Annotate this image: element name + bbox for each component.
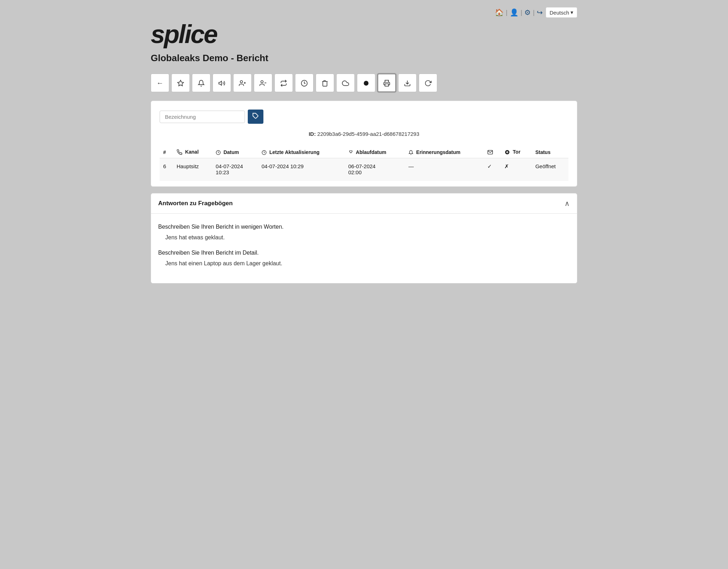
cell-num: 6 bbox=[160, 158, 173, 181]
nav-icons: 🏠 | 👤 | ⚙ | ↪ bbox=[495, 8, 543, 17]
bezeichnung-input[interactable] bbox=[160, 111, 245, 123]
language-label: Deutsch bbox=[550, 10, 569, 16]
col-ablauf: Ablaufdatum bbox=[345, 146, 405, 158]
history-button[interactable] bbox=[295, 74, 314, 92]
divider-3: | bbox=[533, 9, 535, 16]
volume-button[interactable] bbox=[213, 74, 231, 92]
kanal-icon bbox=[177, 149, 185, 155]
remove-user-icon bbox=[259, 79, 267, 87]
svg-point-2 bbox=[240, 81, 243, 83]
back-icon: ← bbox=[156, 79, 164, 87]
antworten-header[interactable]: Antworten zu Fragebögen ∧ bbox=[151, 193, 577, 214]
col-tor: Tor bbox=[501, 146, 532, 158]
num-icon: # bbox=[163, 149, 166, 155]
cell-email: ✓ bbox=[484, 158, 501, 181]
cell-status: Geöffnet bbox=[532, 158, 568, 181]
add-user-icon bbox=[239, 79, 246, 87]
trash-icon bbox=[321, 79, 328, 87]
svg-marker-0 bbox=[178, 80, 184, 86]
transfer-icon bbox=[280, 79, 287, 87]
bezeichnung-tag-button[interactable] bbox=[248, 110, 263, 124]
answer-1: Jens hat etwas geklaut. bbox=[158, 233, 570, 242]
question-2: Beschreiben Sie Ihren Bericht im Detail. bbox=[158, 248, 570, 257]
divider-2: | bbox=[521, 9, 523, 16]
home-icon[interactable]: 🏠 bbox=[495, 8, 504, 17]
col-erinnerung: Erinnerungsdatum bbox=[405, 146, 484, 158]
app-logo: splice bbox=[151, 21, 577, 47]
col-status: Status bbox=[532, 146, 568, 158]
bell-button[interactable] bbox=[192, 74, 210, 92]
svg-rect-9 bbox=[385, 84, 389, 86]
cell-letzte: 04-07-2024 10:29 bbox=[258, 158, 345, 181]
question-1: Beschreiben Sie Ihren Bericht in wenigen… bbox=[158, 222, 570, 232]
cell-kanal: Hauptsitz bbox=[173, 158, 212, 181]
cell-datum: 04-07-202410:23 bbox=[212, 158, 258, 181]
top-navigation: 🏠 | 👤 | ⚙ | ↪ Deutsch ▾ bbox=[151, 7, 577, 18]
toolbar: ← bbox=[151, 74, 577, 92]
settings-icon[interactable]: ⚙ bbox=[524, 8, 531, 17]
svg-point-16 bbox=[507, 152, 508, 153]
logout-icon[interactable]: ↪ bbox=[537, 8, 543, 17]
delete-button[interactable] bbox=[316, 74, 334, 92]
page-title: Globaleaks Demo - Bericht bbox=[151, 53, 577, 64]
chevron-down-icon: ▾ bbox=[571, 9, 573, 16]
svg-marker-1 bbox=[219, 81, 222, 85]
print-button[interactable] bbox=[378, 74, 396, 92]
volume-icon bbox=[218, 79, 225, 87]
clock-icon bbox=[301, 79, 308, 87]
print-icon bbox=[383, 79, 390, 87]
report-table: # Kanal Datum bbox=[160, 146, 568, 181]
download-icon bbox=[404, 79, 411, 87]
bezeichnung-row bbox=[160, 110, 568, 124]
col-kanal: Kanal bbox=[173, 146, 212, 158]
col-datum: Datum bbox=[212, 146, 258, 158]
col-num: # bbox=[160, 146, 173, 158]
col-letzte: Letzte Aktualisierung bbox=[258, 146, 345, 158]
remove-user-button[interactable] bbox=[254, 74, 272, 92]
main-card: ID: 2209b3a6-29d5-4599-aa21-d68678217293… bbox=[151, 101, 577, 187]
tag-icon bbox=[252, 113, 259, 121]
svg-point-8 bbox=[364, 81, 368, 86]
transfer-button[interactable] bbox=[274, 74, 293, 92]
record-icon bbox=[363, 79, 370, 87]
id-label: ID: bbox=[309, 131, 316, 137]
cloud-icon bbox=[342, 79, 349, 87]
id-row: ID: 2209b3a6-29d5-4599-aa21-d68678217293 bbox=[160, 131, 568, 140]
refresh-button[interactable] bbox=[419, 74, 437, 92]
answer-2: Jens hat einen Laptop aus dem Lager gekl… bbox=[158, 259, 570, 268]
download-button[interactable] bbox=[398, 74, 417, 92]
record-button[interactable] bbox=[357, 74, 375, 92]
bell-icon bbox=[198, 79, 205, 87]
cell-ablauf: 06-07-202402:00 bbox=[345, 158, 405, 181]
back-button[interactable]: ← bbox=[151, 74, 169, 92]
table-header-row: # Kanal Datum bbox=[160, 146, 568, 158]
add-user-button[interactable] bbox=[233, 74, 252, 92]
antworten-title: Antworten zu Fragebögen bbox=[158, 200, 233, 207]
cloud-button[interactable] bbox=[336, 74, 355, 92]
refresh-icon bbox=[424, 79, 432, 87]
star-icon bbox=[177, 79, 184, 87]
col-email bbox=[484, 146, 501, 158]
antworten-section: Antworten zu Fragebögen ∧ Beschreiben Si… bbox=[151, 193, 577, 283]
user-icon[interactable]: 👤 bbox=[510, 8, 519, 17]
cell-tor: ✗ bbox=[501, 158, 532, 181]
table-row: 6 Hauptsitz 04-07-202410:23 04-07-2024 1… bbox=[160, 158, 568, 181]
star-button[interactable] bbox=[171, 74, 190, 92]
svg-point-5 bbox=[261, 81, 263, 83]
language-selector[interactable]: Deutsch ▾ bbox=[546, 7, 577, 18]
cell-erinnerung: — bbox=[405, 158, 484, 181]
divider-1: | bbox=[506, 9, 508, 16]
id-value: 2209b3a6-29d5-4599-aa21-d68678217293 bbox=[317, 131, 419, 137]
antworten-content: Beschreiben Sie Ihren Bericht in wenigen… bbox=[151, 214, 577, 283]
chevron-up-icon: ∧ bbox=[564, 199, 570, 208]
